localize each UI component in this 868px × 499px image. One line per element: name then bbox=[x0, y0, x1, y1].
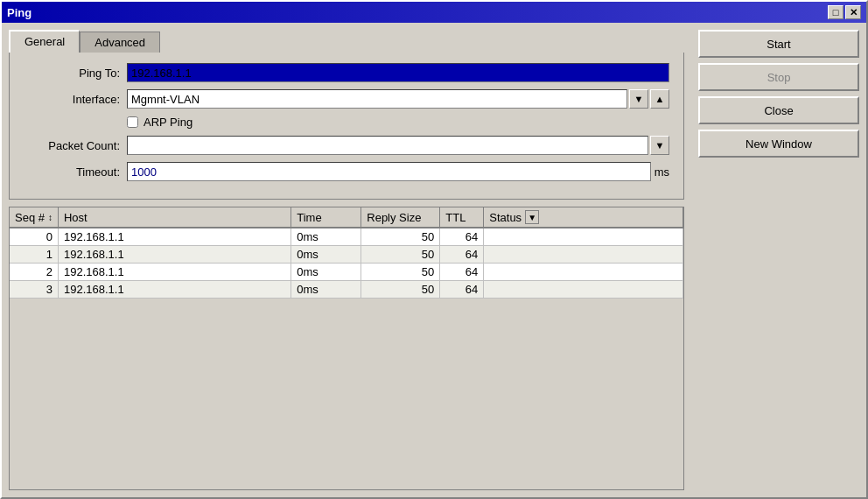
cell-ttl: 64 bbox=[440, 228, 484, 246]
table-header-row: Seq # ↕ Host Time bbox=[10, 207, 683, 228]
arp-ping-checkbox[interactable] bbox=[127, 116, 138, 128]
cell-reply-size: 50 bbox=[361, 246, 440, 264]
window-body: General Advanced Ping To: Interface: bbox=[2, 23, 866, 497]
ping-to-label: Ping To: bbox=[24, 67, 120, 80]
start-button[interactable]: Start bbox=[698, 30, 859, 58]
arp-ping-label: ARP Ping bbox=[144, 116, 192, 129]
cell-host: 192.168.1.1 bbox=[58, 281, 290, 299]
minimize-button[interactable]: □ bbox=[828, 5, 844, 19]
cell-time: 0ms bbox=[291, 228, 361, 246]
interface-input-group: ▼ ▲ bbox=[127, 89, 669, 109]
stop-button[interactable]: Stop bbox=[698, 63, 859, 91]
cell-host: 192.168.1.1 bbox=[58, 246, 290, 264]
col-time: Time bbox=[291, 207, 361, 228]
cell-status bbox=[484, 246, 683, 264]
table-body: 0 192.168.1.1 0ms 50 64 1 192.168.1.1 0m… bbox=[10, 228, 683, 299]
tab-advanced[interactable]: Advanced bbox=[80, 32, 160, 53]
table-area: Seq # ↕ Host Time bbox=[9, 207, 684, 490]
cell-status bbox=[484, 281, 683, 299]
interface-row: Interface: ▼ ▲ bbox=[24, 89, 669, 109]
right-panel: Start Stop Close New Window bbox=[691, 23, 866, 497]
status-col-header: Status ▼ bbox=[489, 210, 677, 224]
timeout-input[interactable] bbox=[127, 162, 651, 181]
col-host: Host bbox=[58, 207, 290, 228]
cell-status bbox=[484, 228, 683, 246]
title-bar: Ping □ ✕ bbox=[2, 2, 866, 23]
form-area: Ping To: Interface: ▼ ▲ ARP Ping bbox=[9, 53, 684, 200]
status-col-dropdown-btn[interactable]: ▼ bbox=[525, 210, 539, 224]
cell-status bbox=[484, 264, 683, 281]
cell-reply-size: 50 bbox=[361, 228, 440, 246]
close-button[interactable]: ✕ bbox=[845, 5, 861, 19]
tabs: General Advanced bbox=[9, 30, 684, 53]
col-status: Status ▼ bbox=[484, 207, 683, 228]
seq-sort-icon: ↕ bbox=[48, 213, 52, 222]
tab-general[interactable]: General bbox=[9, 30, 80, 53]
cell-reply-size: 50 bbox=[361, 264, 440, 281]
table-row: 3 192.168.1.1 0ms 50 64 bbox=[10, 281, 683, 299]
interface-label: Interface: bbox=[24, 93, 120, 106]
col-seq: Seq # ↕ bbox=[10, 207, 58, 228]
packet-count-dropdown-btn[interactable]: ▼ bbox=[650, 136, 669, 155]
cell-ttl: 64 bbox=[440, 281, 484, 299]
timeout-row: Timeout: ms bbox=[24, 162, 669, 181]
ping-to-input[interactable] bbox=[127, 63, 669, 82]
cell-ttl: 64 bbox=[440, 264, 484, 281]
left-panel: General Advanced Ping To: Interface: bbox=[2, 23, 691, 497]
table-row: 2 192.168.1.1 0ms 50 64 bbox=[10, 264, 683, 281]
results-table: Seq # ↕ Host Time bbox=[10, 207, 683, 299]
close-button-action[interactable]: Close bbox=[698, 96, 859, 124]
cell-ttl: 64 bbox=[440, 246, 484, 264]
arp-ping-row: ARP Ping bbox=[127, 116, 669, 129]
cell-host: 192.168.1.1 bbox=[58, 228, 290, 246]
cell-time: 0ms bbox=[291, 264, 361, 281]
col-reply-size: Reply Size bbox=[361, 207, 440, 228]
interface-dropdown-btn[interactable]: ▼ bbox=[629, 89, 648, 109]
cell-host: 192.168.1.1 bbox=[58, 264, 290, 281]
window-title: Ping bbox=[7, 6, 32, 19]
table-wrapper[interactable]: Seq # ↕ Host Time bbox=[9, 207, 684, 490]
packet-count-label: Packet Count: bbox=[24, 139, 120, 152]
cell-seq: 1 bbox=[10, 246, 58, 264]
cell-seq: 2 bbox=[10, 264, 58, 281]
interface-up-btn[interactable]: ▲ bbox=[650, 89, 669, 109]
ping-to-row: Ping To: bbox=[24, 63, 669, 82]
timeout-unit: ms bbox=[654, 165, 669, 179]
title-bar-buttons: □ ✕ bbox=[828, 5, 861, 19]
timeout-label: Timeout: bbox=[24, 165, 120, 179]
packet-count-row: Packet Count: ▼ bbox=[24, 136, 669, 155]
col-ttl: TTL bbox=[440, 207, 484, 228]
table-row: 0 192.168.1.1 0ms 50 64 bbox=[10, 228, 683, 246]
ping-window: Ping □ ✕ General Advanced Ping To: bbox=[0, 0, 868, 499]
cell-reply-size: 50 bbox=[361, 281, 440, 299]
new-window-button[interactable]: New Window bbox=[698, 130, 859, 158]
cell-seq: 3 bbox=[10, 281, 58, 299]
table-row: 1 192.168.1.1 0ms 50 64 bbox=[10, 246, 683, 264]
packet-count-input[interactable] bbox=[127, 136, 648, 155]
cell-time: 0ms bbox=[291, 281, 361, 299]
interface-input[interactable] bbox=[127, 89, 627, 109]
cell-time: 0ms bbox=[291, 246, 361, 264]
cell-seq: 0 bbox=[10, 228, 58, 246]
